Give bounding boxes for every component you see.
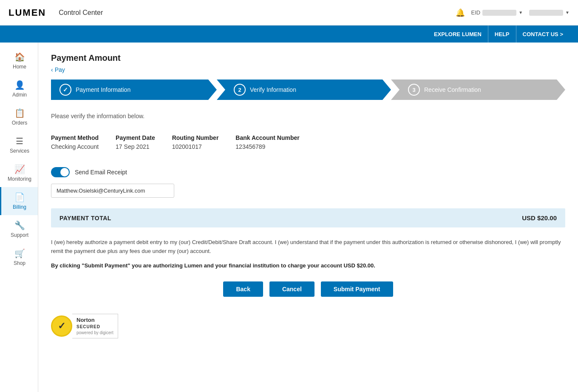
sidebar-item-billing[interactable]: 📄 Billing	[0, 187, 38, 215]
sidebar-label-billing: Billing	[13, 204, 26, 210]
contact-us-link[interactable]: CONTACT US >	[516, 26, 570, 43]
sidebar-item-monitoring[interactable]: 📈 Monitoring	[0, 159, 38, 187]
main-layout: 🏠 Home 👤 Admin 📋 Orders ☰ Services 📈 Mon…	[0, 43, 578, 392]
routing-number-value: 102001017	[172, 143, 219, 150]
step1-check-icon: ✓	[63, 86, 68, 93]
submit-payment-button[interactable]: Submit Payment	[321, 281, 393, 297]
sidebar: 🏠 Home 👤 Admin 📋 Orders ☰ Services 📈 Mon…	[0, 43, 38, 392]
sidebar-item-home[interactable]: 🏠 Home	[0, 47, 38, 75]
payment-date: Payment Date 17 Sep 2021	[116, 134, 155, 150]
sidebar-label-shop: Shop	[14, 260, 26, 266]
page-title: Payment Amount	[51, 53, 565, 63]
support-icon: 🔧	[14, 220, 25, 230]
progress-steps: ✓ Payment Information 2 Verify Informati…	[51, 80, 565, 100]
sidebar-item-orders[interactable]: 📋 Orders	[0, 103, 38, 131]
auth-bold-text: By clicking "Submit Payment" you are aut…	[51, 262, 565, 269]
sidebar-item-services[interactable]: ☰ Services	[0, 131, 38, 159]
email-receipt-label: Send Email Receipt	[75, 169, 127, 176]
action-buttons: Back Cancel Submit Payment	[51, 281, 565, 297]
payment-total-bar: PAYMENT TOTAL USD $20.00	[51, 208, 565, 227]
norton-circle-icon: ✓	[51, 315, 72, 337]
back-link[interactable]: ‹ Pay	[51, 66, 565, 73]
back-link-label: Pay	[55, 66, 65, 73]
norton-title: Norton	[76, 316, 113, 324]
norton-check-icon: ✓	[58, 321, 65, 332]
eid-value	[482, 10, 516, 16]
back-chevron-icon: ‹	[51, 66, 53, 73]
header-right: 🔔 EID ▼ ▼	[456, 8, 570, 17]
toggle-knob	[60, 168, 69, 176]
email-input[interactable]	[51, 184, 174, 198]
app-title: Control Center	[59, 9, 455, 17]
norton-subtitle: SECURED	[76, 324, 113, 330]
payment-method-value: Checking Account	[51, 143, 99, 150]
step2-number: 2	[238, 87, 241, 93]
bell-icon[interactable]: 🔔	[456, 8, 465, 17]
sidebar-label-home: Home	[13, 64, 26, 70]
account-dropdown-icon[interactable]: ▼	[565, 10, 570, 15]
step2-circle: 2	[234, 84, 246, 96]
step3-label: Receive Confirmation	[424, 86, 481, 93]
email-receipt-toggle[interactable]	[51, 167, 70, 177]
sidebar-label-monitoring: Monitoring	[8, 176, 31, 182]
account-value	[529, 10, 563, 16]
step-verify-info: 2 Verify Information	[217, 80, 391, 100]
orders-icon: 📋	[14, 108, 25, 118]
payment-date-label: Payment Date	[116, 134, 155, 141]
help-link[interactable]: HELP	[488, 26, 516, 43]
payment-total-amount: USD $20.00	[522, 214, 557, 222]
norton-badge: ✓ Norton SECURED powered by digicert	[51, 314, 565, 338]
norton-powered: powered by digicert	[76, 330, 113, 336]
sidebar-item-shop[interactable]: 🛒 Shop	[0, 243, 38, 271]
billing-icon: 📄	[14, 192, 25, 202]
sidebar-label-services: Services	[10, 148, 29, 154]
logo: LUMEN	[8, 7, 46, 18]
eid-section: EID ▼	[471, 9, 523, 16]
sidebar-item-admin[interactable]: 👤 Admin	[0, 75, 38, 103]
step1-circle: ✓	[60, 84, 71, 96]
step1-label: Payment Information	[76, 86, 130, 93]
blue-nav: EXPLORE LUMEN HELP CONTACT US >	[0, 26, 578, 43]
step-payment-info: ✓ Payment Information	[51, 80, 217, 100]
explore-lumen-link[interactable]: EXPLORE LUMEN	[428, 26, 488, 43]
eid-label: EID	[471, 9, 481, 16]
admin-icon: 👤	[14, 80, 25, 90]
sidebar-label-support: Support	[11, 232, 28, 238]
routing-number: Routing Number 102001017	[172, 134, 219, 150]
email-receipt-row: Send Email Receipt	[51, 167, 565, 177]
cancel-button[interactable]: Cancel	[269, 281, 314, 297]
verify-text: Please verify the information below.	[51, 113, 565, 119]
sidebar-label-admin: Admin	[12, 92, 27, 98]
content-area: Payment Amount ‹ Pay ✓ Payment Informati…	[38, 43, 578, 392]
auth-text: I (we) hereby authorize a payment debit …	[51, 238, 565, 256]
payment-method-label: Payment Method	[51, 134, 99, 141]
back-button[interactable]: Back	[223, 281, 263, 297]
step3-number: 3	[412, 87, 415, 93]
monitoring-icon: 📈	[14, 164, 25, 174]
bank-account-label: Bank Account Number	[235, 134, 299, 141]
payment-date-value: 17 Sep 2021	[116, 143, 155, 150]
step2-label: Verify Information	[250, 86, 296, 93]
account-section: ▼	[529, 10, 570, 16]
bank-account-number: Bank Account Number 123456789	[235, 134, 299, 150]
norton-text-box: Norton SECURED powered by digicert	[72, 314, 118, 338]
home-icon: 🏠	[14, 52, 25, 62]
step-receive-confirmation: 3 Receive Confirmation	[391, 80, 565, 100]
sidebar-item-support[interactable]: 🔧 Support	[0, 215, 38, 243]
services-icon: ☰	[16, 136, 23, 146]
routing-number-label: Routing Number	[172, 134, 219, 141]
payment-method: Payment Method Checking Account	[51, 134, 99, 150]
payment-total-label: PAYMENT TOTAL	[60, 215, 111, 222]
eid-dropdown-icon[interactable]: ▼	[518, 10, 523, 15]
payment-details: Payment Method Checking Account Payment …	[51, 128, 565, 156]
shop-icon: 🛒	[14, 248, 25, 258]
sidebar-label-orders: Orders	[12, 120, 28, 126]
step3-circle: 3	[408, 84, 420, 96]
bank-account-value: 123456789	[235, 143, 299, 150]
top-header: LUMEN Control Center 🔔 EID ▼ ▼	[0, 0, 578, 26]
